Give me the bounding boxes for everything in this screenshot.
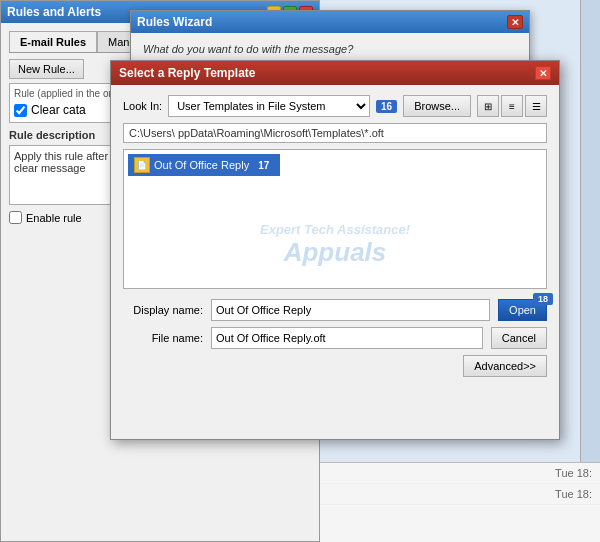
file-icon: 📄 — [134, 157, 150, 173]
display-name-row: Display name: Open 18 — [123, 299, 547, 321]
cancel-button[interactable]: Cancel — [491, 327, 547, 349]
file-name-label: File name: — [123, 332, 203, 344]
reply-template-title: Select a Reply Template — [119, 66, 256, 80]
browse-button[interactable]: Browse... — [403, 95, 471, 117]
rules-alerts-title: Rules and Alerts — [7, 5, 101, 19]
rules-wizard-title: Rules Wizard — [137, 15, 212, 29]
open-badge: 18 — [533, 293, 553, 305]
bottom-item-date-2: Tue 18: — [555, 488, 592, 500]
reply-template-body: Look In: User Templates in File System 1… — [111, 85, 559, 387]
reply-template-titlebar: Select a Reply Template ✕ — [111, 61, 559, 85]
watermark-subtext: Expert Tech Assistance! — [260, 222, 410, 237]
file-list-area[interactable]: 📄 Out Of Office Reply 17 Expert Tech Ass… — [123, 149, 547, 289]
watermark-main: Appuals — [284, 237, 387, 267]
reply-template-dialog: Select a Reply Template ✕ Look In: User … — [110, 60, 560, 440]
advanced-button[interactable]: Advanced>> — [463, 355, 547, 377]
look-in-badge: 16 — [376, 100, 397, 113]
advanced-row: Advanced>> — [123, 355, 547, 377]
rule-checkbox[interactable] — [14, 104, 27, 117]
watermark: Expert Tech Assistance! Appuals — [260, 222, 410, 268]
view-icons: ⊞ ≡ ☰ — [477, 95, 547, 117]
look-in-label: Look In: — [123, 100, 162, 112]
file-list-selected-item[interactable]: 📄 Out Of Office Reply 17 — [128, 154, 280, 176]
outlook-right-panel — [580, 0, 600, 542]
file-name-row: File name: Cancel — [123, 327, 547, 349]
file-path-row: C:\Users\ ppData\Roaming\Microsoft\Templ… — [123, 123, 547, 143]
selected-file-badge: 17 — [253, 159, 274, 172]
selected-file-label: Out Of Office Reply — [154, 159, 249, 171]
rules-wizard-close-icon[interactable]: ✕ — [507, 15, 523, 29]
rules-wizard-titlebar: Rules Wizard ✕ — [131, 11, 529, 33]
rule-description-label: Rule description — [9, 129, 95, 141]
view-details-button[interactable]: ☰ — [525, 95, 547, 117]
enable-rules-label: Enable rule — [26, 212, 82, 224]
display-name-label: Display name: — [123, 304, 203, 316]
look-in-row: Look In: User Templates in File System 1… — [123, 95, 547, 117]
file-name-input[interactable] — [211, 327, 483, 349]
enable-rules-checkbox[interactable] — [9, 211, 22, 224]
view-list-button[interactable]: ≡ — [501, 95, 523, 117]
tab-email-rules[interactable]: E-mail Rules — [9, 31, 97, 52]
rule-item-label: Clear cata — [31, 103, 86, 117]
wizard-question: What do you want to do with the message? — [143, 43, 517, 55]
new-rule-button[interactable]: New Rule... — [9, 59, 84, 79]
view-large-icons-button[interactable]: ⊞ — [477, 95, 499, 117]
display-name-input[interactable] — [211, 299, 490, 321]
reply-template-close-icon[interactable]: ✕ — [535, 66, 551, 80]
bottom-item-date-1: Tue 18: — [555, 467, 592, 479]
look-in-select[interactable]: User Templates in File System — [168, 95, 370, 117]
